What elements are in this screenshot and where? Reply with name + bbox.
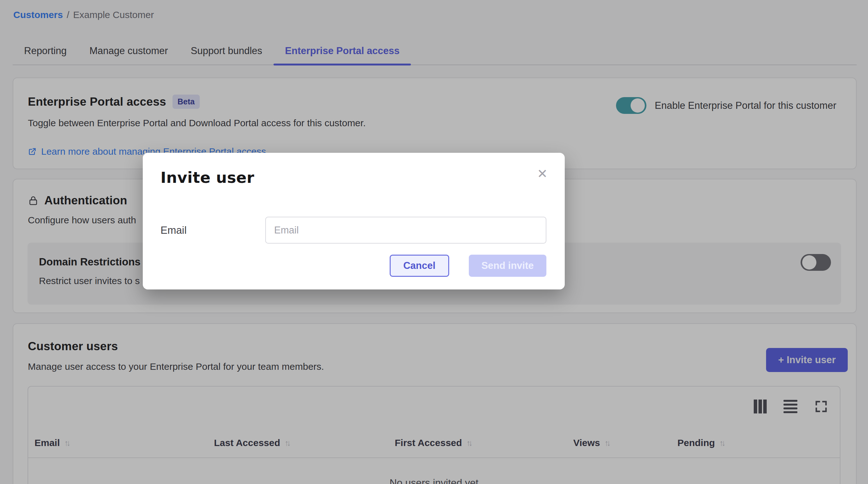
- modal-footer: Cancel Send invite: [390, 255, 547, 277]
- send-invite-button[interactable]: Send invite: [469, 255, 547, 277]
- invite-form: Email: [160, 217, 547, 244]
- close-icon[interactable]: ✕: [537, 167, 548, 180]
- email-field[interactable]: [265, 217, 547, 244]
- modal-title: Invite user: [160, 169, 547, 186]
- cancel-button[interactable]: Cancel: [390, 255, 449, 277]
- invite-user-modal: Invite user ✕ Email Cancel Send invite: [143, 153, 565, 289]
- email-label: Email: [160, 224, 265, 236]
